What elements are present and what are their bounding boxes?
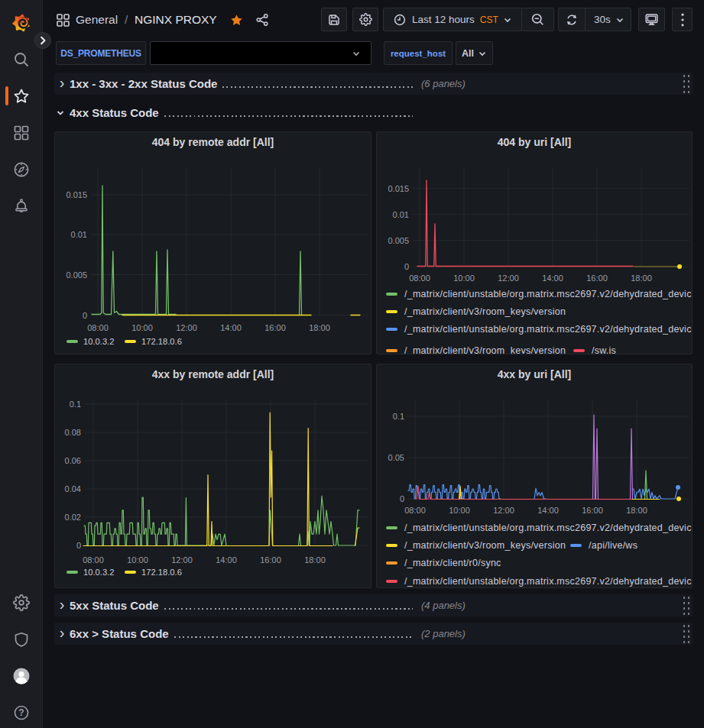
- svg-text:/_matrix/client/v3/room_keys/v: /_matrix/client/v3/room_keys/version: [404, 306, 566, 317]
- svg-text:0.005: 0.005: [388, 236, 409, 245]
- svg-text:/api/live/ws: /api/live/ws: [589, 540, 637, 551]
- svg-text:/sw.js: /sw.js: [592, 345, 616, 354]
- svg-text:16:00: 16:00: [260, 555, 281, 565]
- svg-text:0: 0: [400, 494, 404, 503]
- svg-text:/_matrix/client/r0/sync: /_matrix/client/r0/sync: [404, 558, 501, 568]
- svg-text:08:00: 08:00: [409, 273, 430, 283]
- svg-text:14:00: 14:00: [537, 506, 559, 515]
- svg-text:12:00: 12:00: [176, 323, 197, 332]
- svg-text:16:00: 16:00: [264, 323, 286, 332]
- svg-text:18:00: 18:00: [631, 273, 652, 283]
- svg-text:/_matrix/client/unstable/org.m: /_matrix/client/unstable/org.matrix.msc2…: [404, 324, 693, 335]
- svg-text:/_matrix/client/unstable/org.m: /_matrix/client/unstable/org.matrix.msc2…: [404, 576, 693, 587]
- svg-text:0: 0: [76, 541, 81, 550]
- svg-text:172.18.0.6: 172.18.0.6: [141, 568, 182, 577]
- svg-text:10.0.3.2: 10.0.3.2: [83, 568, 114, 577]
- svg-text:0.005: 0.005: [66, 270, 87, 280]
- svg-text:/_matrix/client/v3/room_keys/v: /_matrix/client/v3/room_keys/version: [404, 345, 566, 354]
- svg-text:0.015: 0.015: [66, 190, 87, 199]
- svg-text:?: ?: [18, 707, 24, 718]
- svg-text:08:00: 08:00: [404, 506, 426, 515]
- svg-text:10:00: 10:00: [131, 323, 153, 332]
- svg-text:/_matrix/client/v3/room_keys/v: /_matrix/client/v3/room_keys/version: [404, 540, 566, 551]
- svg-text:/_matrix/client/unstable/org.m: /_matrix/client/unstable/org.matrix.msc2…: [404, 523, 693, 533]
- svg-text:08:00: 08:00: [87, 323, 109, 332]
- svg-text:12:00: 12:00: [498, 273, 519, 283]
- svg-text:0: 0: [404, 262, 409, 271]
- svg-text:0.01: 0.01: [393, 210, 409, 219]
- svg-text:18:00: 18:00: [626, 506, 647, 515]
- svg-text:0.06: 0.06: [65, 456, 81, 465]
- svg-text:16:00: 16:00: [582, 506, 603, 515]
- svg-text:18:00: 18:00: [309, 323, 330, 332]
- svg-text:14:00: 14:00: [220, 323, 242, 332]
- svg-text:0.04: 0.04: [65, 484, 81, 493]
- svg-text:18:00: 18:00: [304, 555, 326, 565]
- svg-text:12:00: 12:00: [171, 555, 193, 565]
- svg-text:0.05: 0.05: [388, 453, 404, 462]
- svg-text:10:00: 10:00: [449, 506, 470, 515]
- svg-text:0.02: 0.02: [65, 513, 81, 522]
- svg-text:14:00: 14:00: [542, 273, 563, 283]
- svg-text:10:00: 10:00: [453, 273, 475, 283]
- svg-text:16:00: 16:00: [586, 273, 608, 283]
- svg-text:172.18.0.6: 172.18.0.6: [141, 337, 182, 346]
- svg-text:/_matrix/client/unstable/org.m: /_matrix/client/unstable/org.matrix.msc2…: [404, 289, 693, 299]
- svg-text:0.015: 0.015: [388, 184, 409, 193]
- svg-text:0.08: 0.08: [65, 428, 81, 437]
- svg-text:0.1: 0.1: [393, 412, 404, 421]
- svg-text:0.1: 0.1: [70, 400, 81, 409]
- svg-text:14:00: 14:00: [216, 555, 237, 565]
- svg-text:08:00: 08:00: [83, 555, 104, 565]
- svg-text:0.01: 0.01: [71, 230, 87, 239]
- svg-text:12:00: 12:00: [493, 506, 514, 515]
- svg-text:0: 0: [83, 311, 87, 320]
- svg-text:10.0.3.2: 10.0.3.2: [83, 337, 114, 346]
- svg-text:10:00: 10:00: [127, 555, 148, 565]
